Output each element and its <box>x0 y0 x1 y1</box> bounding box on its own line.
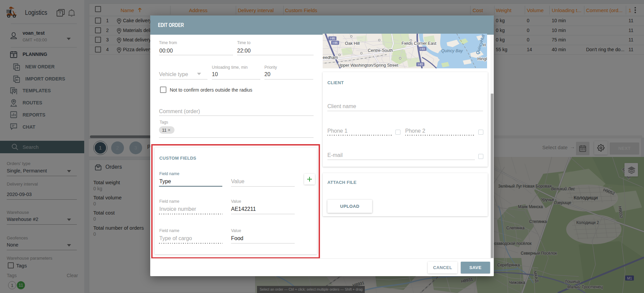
svg-text:Oak Hill: Oak Hill <box>345 41 360 46</box>
svg-text:Centre-South: Centre-South <box>368 48 393 53</box>
svg-text:I-95: I-95 <box>330 37 335 40</box>
svg-text:Hingl: Hingl <box>478 57 487 61</box>
svg-text:Quincy Bay: Quincy Bay <box>441 48 463 53</box>
svg-text:I-93: I-93 <box>418 63 423 66</box>
svg-text:I-93: I-93 <box>420 47 425 51</box>
svg-text:Upper Washington/Spring Street: Upper Washington/Spring Street <box>338 63 398 68</box>
svg-text:Fields Corner East: Fields Corner East <box>401 41 437 46</box>
svg-text:eedham: eedham <box>323 55 338 60</box>
svg-text:I-95: I-95 <box>333 41 338 44</box>
